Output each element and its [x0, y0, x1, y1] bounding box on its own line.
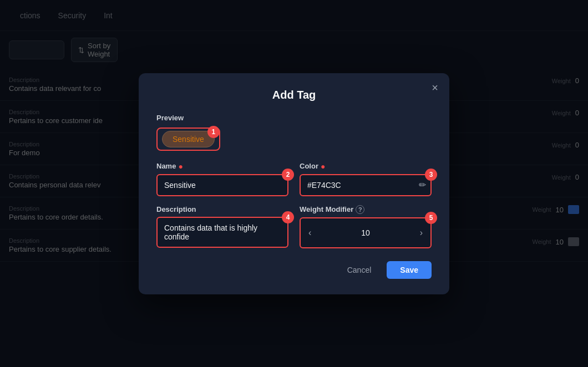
form-grid-bottom: Description Contains data that is highly… [156, 205, 432, 250]
name-input-wrapper: 2 [156, 174, 288, 196]
save-button[interactable]: Save [387, 261, 432, 279]
weight-value: 10 [319, 228, 412, 237]
color-picker-icon[interactable]: ✏ [419, 180, 426, 190]
step-badge-1: 1 [207, 126, 220, 138]
preview-section: Preview Sensitive 1 [156, 114, 432, 151]
color-required-dot: ● [321, 162, 325, 171]
close-button[interactable]: × [432, 82, 438, 93]
step-badge-2: 2 [282, 169, 294, 181]
name-field-group: Name ● 2 [156, 162, 288, 196]
description-input[interactable]: Contains data that is highly confide [156, 217, 288, 248]
name-input[interactable] [156, 174, 288, 196]
weight-input-wrapper: ‹ 10 › 5 [300, 217, 432, 248]
preview-tag-wrapper: Sensitive 1 [156, 128, 220, 151]
color-field-group: Color ● ✏ 3 [300, 162, 432, 196]
form-grid-top: Name ● 2 Color ● ✏ 3 [156, 162, 432, 196]
color-label: Color ● [300, 162, 432, 171]
description-field-group: Description Contains data that is highly… [156, 205, 288, 250]
weight-field-group: Weight Modifier ? ‹ 10 › 5 [300, 205, 432, 250]
weight-label: Weight Modifier ? [300, 205, 432, 214]
preview-label: Preview [156, 114, 432, 122]
cancel-button[interactable]: Cancel [338, 261, 381, 279]
name-label: Name ● [156, 162, 288, 171]
step-badge-4: 4 [282, 211, 294, 223]
weight-decrement-button[interactable]: ‹ [301, 218, 319, 247]
modal-overlay: × Add Tag Preview Sensitive 1 Name ● [0, 0, 588, 367]
weight-modifier: ‹ 10 › [300, 217, 432, 248]
add-tag-modal: × Add Tag Preview Sensitive 1 Name ● [139, 73, 449, 294]
color-input-inner: ✏ [300, 174, 432, 196]
preview-tag-text: Sensitive [173, 135, 204, 144]
description-label: Description [156, 205, 288, 213]
color-input[interactable] [300, 174, 432, 196]
name-required-dot: ● [178, 162, 183, 171]
description-input-wrapper: Contains data that is highly confide 4 [156, 217, 288, 250]
step-badge-3: 3 [425, 169, 437, 181]
modal-title: Add Tag [156, 89, 432, 101]
preview-tag: Sensitive 1 [162, 131, 215, 147]
modal-footer: Cancel Save [156, 261, 432, 279]
color-input-wrapper: ✏ 3 [300, 174, 432, 196]
step-badge-5: 5 [425, 212, 437, 224]
weight-help-icon[interactable]: ? [356, 205, 364, 214]
